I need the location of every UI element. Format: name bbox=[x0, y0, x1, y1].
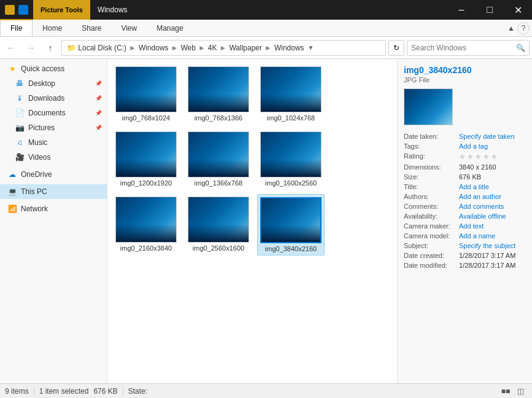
subject-value[interactable]: Specify the subject bbox=[459, 241, 526, 251]
list-item[interactable]: img0_768x1366 bbox=[185, 64, 252, 124]
availability-value: Available offline bbox=[459, 211, 526, 221]
refresh-button[interactable]: ↻ bbox=[388, 40, 404, 56]
list-item[interactable]: img0_2160x3840 bbox=[112, 194, 180, 256]
list-item[interactable]: img0_1200x1920 bbox=[112, 129, 180, 189]
title-bar: Picture Tools Windows – □ ✕ bbox=[0, 0, 532, 20]
breadcrumb-4k[interactable]: 4K bbox=[208, 44, 217, 52]
title-label: Title: bbox=[404, 182, 459, 192]
forward-button[interactable]: → bbox=[22, 39, 39, 57]
sidebar-label-onedrive: OneDrive bbox=[21, 170, 52, 179]
app-icon bbox=[18, 5, 28, 15]
sidebar-item-this-pc[interactable]: 💻 This PC bbox=[0, 184, 107, 199]
authors-value[interactable]: Add an author bbox=[459, 192, 526, 201]
music-icon: ♫ bbox=[15, 138, 25, 147]
help-button[interactable]: ? bbox=[517, 22, 530, 34]
subject-label: Subject: bbox=[404, 241, 459, 251]
size-label: Size: bbox=[404, 172, 459, 182]
detail-filetype: JPG File bbox=[404, 76, 526, 84]
file-area: img0_768x1024 img0_768x1366 img0_1024x76… bbox=[107, 59, 397, 383]
date-taken-value[interactable]: Specify date taken bbox=[459, 131, 526, 141]
tab-home[interactable]: Home bbox=[33, 20, 72, 36]
details-view-button[interactable]: ■■ bbox=[499, 384, 512, 398]
list-item[interactable]: img0_1024x768 bbox=[257, 64, 325, 124]
breadcrumb-dropdown[interactable]: ▼ bbox=[308, 44, 314, 51]
file-thumbnail bbox=[115, 197, 177, 243]
videos-icon: 🎥 bbox=[15, 152, 25, 162]
list-item-selected[interactable]: img0_3840x2160 bbox=[257, 194, 325, 256]
minimize-button[interactable]: – bbox=[447, 0, 476, 20]
up-button[interactable]: ↑ bbox=[42, 39, 59, 57]
detail-preview-image bbox=[404, 89, 452, 125]
sidebar-item-onedrive[interactable]: ☁ OneDrive bbox=[0, 167, 107, 182]
back-button[interactable]: ← bbox=[2, 39, 20, 57]
tab-file[interactable]: File bbox=[0, 19, 33, 36]
comments-value[interactable]: Add comments bbox=[459, 201, 526, 211]
file-thumbnail bbox=[188, 131, 249, 178]
date-taken-label: Date taken: bbox=[404, 131, 459, 141]
large-icons-view-button[interactable]: ◫ bbox=[514, 384, 527, 398]
title-icons bbox=[0, 5, 33, 15]
rating-value[interactable]: ★★★★★ bbox=[459, 151, 526, 162]
breadcrumb-wallpaper[interactable]: Wallpaper bbox=[229, 44, 262, 52]
camera-model-value[interactable]: Add a name bbox=[459, 231, 526, 241]
tab-view[interactable]: View bbox=[111, 20, 147, 36]
pictures-icon: 📷 bbox=[15, 123, 25, 133]
tags-value[interactable]: Add a tag bbox=[459, 141, 526, 151]
sidebar-label-pictures: Pictures bbox=[28, 123, 55, 132]
sidebar-item-desktop[interactable]: 🖶 Desktop 📌 bbox=[0, 76, 107, 91]
authors-label: Authors: bbox=[404, 192, 459, 201]
tab-share[interactable]: Share bbox=[72, 20, 111, 36]
breadcrumb[interactable]: 📁 Local Disk (C:) ► Windows ► Web ► 4K ►… bbox=[61, 40, 386, 56]
list-item[interactable]: img0_768x1024 bbox=[112, 64, 180, 124]
sidebar-item-music[interactable]: ♫ Music bbox=[0, 135, 107, 150]
picture-tools-tab[interactable]: Picture Tools bbox=[33, 0, 90, 20]
stars[interactable]: ★★★★★ bbox=[459, 152, 499, 161]
sidebar-label-desktop: Desktop bbox=[28, 79, 55, 88]
pin-icon-documents: 📌 bbox=[95, 110, 102, 116]
file-thumbnail bbox=[260, 197, 322, 243]
date-modified-label: Date modified: bbox=[404, 260, 459, 270]
tab-manage[interactable]: Manage bbox=[147, 20, 193, 36]
camera-maker-label: Camera maker: bbox=[404, 221, 459, 231]
date-created-value: 1/28/2017 3:17 AM bbox=[459, 251, 526, 260]
list-item[interactable]: img0_2560x1600 bbox=[185, 194, 252, 256]
sidebar-item-videos[interactable]: 🎥 Videos bbox=[0, 150, 107, 165]
ribbon-tabs: File Home Share View Manage ▲ ? bbox=[0, 20, 532, 37]
maximize-button[interactable]: □ bbox=[476, 0, 504, 20]
detail-panel: img0_3840x2160 JPG File Date taken: Spec… bbox=[397, 59, 532, 383]
breadcrumb-local-disk[interactable]: 📁 Local Disk (C:) bbox=[67, 44, 126, 52]
pin-icon-desktop: 📌 bbox=[95, 80, 102, 87]
search-bar: 🔍 bbox=[407, 40, 530, 56]
file-grid: img0_768x1024 img0_768x1366 img0_1024x76… bbox=[112, 64, 392, 256]
title-value[interactable]: Add a title bbox=[459, 182, 526, 192]
file-label: img0_1024x768 bbox=[260, 114, 322, 122]
sidebar-label-documents: Documents bbox=[28, 109, 66, 117]
breadcrumb-windows[interactable]: Windows bbox=[139, 44, 169, 52]
sidebar-item-network[interactable]: 📶 Network bbox=[0, 201, 107, 216]
status-sep2 bbox=[123, 387, 123, 396]
ribbon-collapse-button[interactable]: ▲ bbox=[505, 22, 517, 34]
list-item[interactable]: img0_1366x768 bbox=[185, 129, 252, 189]
list-item[interactable]: img0_1600x2560 bbox=[257, 129, 325, 189]
sidebar-item-pictures[interactable]: 📷 Pictures 📌 bbox=[0, 120, 107, 135]
address-bar: ← → ↑ 📁 Local Disk (C:) ► Windows ► Web … bbox=[0, 37, 532, 59]
detail-title: img0_3840x2160 bbox=[404, 65, 526, 75]
sidebar-label-this-pc: This PC bbox=[21, 187, 47, 196]
tags-label: Tags: bbox=[404, 141, 459, 151]
status-bar: 9 items 1 item selected 676 KB State: ■■… bbox=[0, 383, 532, 398]
camera-maker-value[interactable]: Add text bbox=[459, 221, 526, 231]
sidebar-label-music: Music bbox=[28, 138, 47, 147]
sidebar-item-downloads[interactable]: ⇓ Downloads 📌 bbox=[0, 91, 107, 106]
breadcrumb-windows2[interactable]: Windows bbox=[274, 44, 304, 52]
sidebar-item-quick-access[interactable]: ★ Quick access bbox=[0, 61, 107, 76]
selected-size: 676 KB bbox=[93, 387, 117, 396]
comments-label: Comments: bbox=[404, 201, 459, 211]
file-label: img0_768x1024 bbox=[115, 114, 177, 122]
search-input[interactable] bbox=[411, 44, 514, 52]
onedrive-icon: ☁ bbox=[7, 170, 17, 179]
breadcrumb-web[interactable]: Web bbox=[180, 44, 195, 52]
sep2: ► bbox=[171, 44, 179, 52]
close-button[interactable]: ✕ bbox=[504, 0, 532, 20]
sidebar-item-documents[interactable]: 📄 Documents 📌 bbox=[0, 106, 107, 120]
file-thumbnail bbox=[188, 66, 249, 112]
